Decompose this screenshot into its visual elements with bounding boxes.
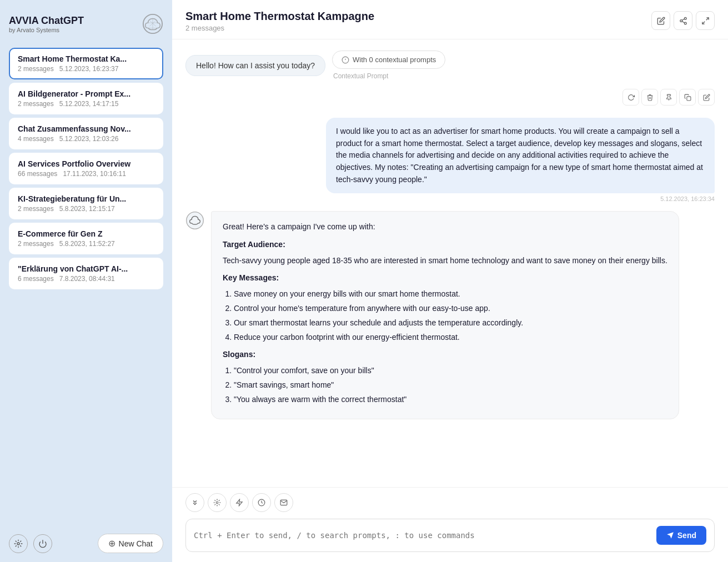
chat-item-title: "Erklärung von ChatGPT AI-...	[18, 264, 154, 273]
copy-button[interactable]	[679, 89, 696, 106]
chat-item-title: AI Bildgenerator - Prompt Ex...	[18, 89, 154, 98]
messages-container: Hello! How can I assist you today? With …	[172, 39, 728, 487]
chat-list-item[interactable]: E-Commerce für Gen Z 2 messages 5.8.2023…	[9, 223, 163, 254]
sidebar-footer: ⊕ New Chat	[9, 534, 163, 553]
chat-item-meta: 2 messages 5.8.2023, 12:15:17	[18, 205, 154, 213]
send-button[interactable]: Send	[656, 526, 706, 545]
chat-list-item[interactable]: Chat Zusammenfassung Nov... 4 messages 5…	[9, 118, 163, 149]
greeting-text: Hello! How can I assist you today?	[196, 61, 315, 70]
chat-item-title: Smart Home Thermostat Ka...	[18, 54, 154, 63]
ai-intro: Great! Here's a campaign I've come up wi…	[223, 220, 667, 233]
pin-button[interactable]	[660, 89, 677, 106]
svg-line-7	[682, 19, 684, 20]
key-message-item: Our smart thermostat learns your schedul…	[234, 317, 667, 329]
chat-item-meta: 2 messages 5.12.2023, 16:23:37	[18, 65, 154, 73]
key-message-item: Control your home's temperature from any…	[234, 302, 667, 315]
chat-item-title: KI-Strategieberatung für Un...	[18, 194, 154, 203]
chat-list-item[interactable]: Smart Home Thermostat Ka... 2 messages 5…	[9, 48, 163, 79]
chat-item-meta: 6 messages 7.8.2023, 08:44:31	[18, 275, 154, 283]
slogan-item: "You always are warm with the correct th…	[234, 393, 667, 406]
target-audience-text: Tech-savvy young people aged 18-35 who a…	[223, 254, 667, 267]
chat-item-date: 17.11.2023, 10:16:11	[63, 170, 125, 178]
svg-point-3	[684, 17, 686, 19]
new-chat-button[interactable]: ⊕ New Chat	[98, 534, 163, 553]
svg-point-13	[187, 212, 204, 229]
settings-button[interactable]	[9, 534, 28, 553]
chat-item-meta: 66 messages 17.11.2023, 10:16:11	[18, 170, 154, 178]
new-chat-label: New Chat	[119, 539, 153, 548]
openai-logo-icon	[142, 13, 163, 34]
chat-item-messages: 6 messages	[18, 275, 54, 283]
header-actions	[651, 11, 715, 30]
main-chat-area: Smart Home Thermostat Kampagne 2 message…	[172, 0, 728, 562]
slogans-list: "Control your comfort, save on your bill…	[234, 364, 667, 406]
svg-line-8	[706, 17, 708, 19]
chat-item-messages: 66 messages	[18, 170, 57, 178]
lightning-button[interactable]	[230, 493, 249, 512]
chat-item-messages: 2 messages	[18, 65, 54, 73]
plus-icon: ⊕	[108, 538, 116, 549]
sidebar: AVVIA ChatGPT by Arvato Systems Smart Ho…	[0, 0, 172, 562]
svg-point-5	[684, 22, 686, 24]
brand-name: AVVIA ChatGPT	[9, 15, 84, 27]
send-label: Send	[677, 531, 696, 540]
key-messages-list: Save money on your energy bills with our…	[234, 288, 667, 344]
brand-text: AVVIA ChatGPT by Arvato Systems	[9, 15, 84, 33]
chat-item-messages: 2 messages	[18, 100, 54, 108]
ai-avatar	[185, 211, 204, 230]
slogans-title: Slogans:	[223, 348, 667, 361]
key-message-item: Reduce your carbon footprint with our en…	[234, 331, 667, 344]
chat-item-date: 5.12.2023, 16:23:37	[59, 65, 119, 73]
svg-rect-12	[686, 96, 690, 100]
chat-item-messages: 2 messages	[18, 205, 54, 213]
chat-item-messages: 2 messages	[18, 240, 54, 248]
sidebar-brand: AVVIA ChatGPT by Arvato Systems	[9, 15, 84, 33]
chat-item-date: 7.8.2023, 08:44:31	[59, 275, 115, 283]
edit-msg-button[interactable]	[698, 89, 715, 106]
chat-title-block: Smart Home Thermostat Kampagne 2 message…	[185, 10, 374, 32]
target-audience-title: Target Audience:	[223, 238, 667, 251]
chat-list-item[interactable]: KI-Strategieberatung für Un... 2 message…	[9, 188, 163, 219]
clock-button[interactable]	[252, 493, 271, 512]
refresh-button[interactable]	[622, 89, 639, 106]
chat-item-meta: 4 messages 5.12.2023, 12:03:26	[18, 135, 154, 143]
expand-button[interactable]	[696, 11, 715, 30]
email-button[interactable]	[274, 493, 293, 512]
chat-input[interactable]	[194, 531, 651, 540]
scroll-down-button[interactable]	[185, 493, 204, 512]
svg-point-14	[216, 501, 218, 504]
edit-button[interactable]	[651, 11, 670, 30]
chat-header: Smart Home Thermostat Kampagne 2 message…	[172, 0, 728, 39]
key-message-item: Save money on your energy bills with our…	[234, 288, 667, 300]
ai-bubble: Great! Here's a campaign I've come up wi…	[211, 211, 679, 419]
chat-item-date: 5.8.2023, 12:15:17	[59, 205, 115, 213]
share-button[interactable]	[674, 11, 692, 30]
bottom-toolbar	[172, 487, 728, 515]
chat-title: Smart Home Thermostat Kampagne	[185, 10, 374, 23]
chat-list-item[interactable]: "Erklärung von ChatGPT AI-... 6 messages…	[9, 258, 163, 289]
svg-marker-15	[237, 499, 243, 506]
user-bubble: I would like you to act as an advertiser…	[326, 118, 715, 193]
chat-item-date: 5.12.2023, 14:17:15	[59, 100, 119, 108]
chat-item-messages: 4 messages	[18, 135, 54, 143]
chat-message-count: 2 messages	[185, 24, 374, 32]
chat-item-meta: 2 messages 5.12.2023, 14:17:15	[18, 100, 154, 108]
chat-item-meta: 2 messages 5.8.2023, 11:52:27	[18, 240, 154, 248]
user-message: I would like you to act as an advertiser…	[185, 118, 715, 202]
delete-button[interactable]	[641, 89, 658, 106]
chat-list-item[interactable]: AI Bildgenerator - Prompt Ex... 2 messag…	[9, 83, 163, 114]
contextual-label: Contextual Prompt	[333, 72, 388, 80]
greeting-row: Hello! How can I assist you today? With …	[185, 51, 715, 80]
contextual-prompt-text: With 0 contextual prompts	[353, 56, 436, 64]
chat-item-date: 5.12.2023, 12:03:26	[59, 135, 119, 143]
greeting-bubble: Hello! How can I assist you today?	[185, 55, 325, 76]
contextual-prompt-button[interactable]: With 0 contextual prompts	[332, 51, 445, 69]
svg-line-9	[702, 21, 704, 23]
settings-tool-button[interactable]	[208, 493, 227, 512]
chat-item-title: AI Services Portfolio Overview	[18, 159, 154, 168]
input-area: Send	[185, 519, 715, 552]
chat-list-item[interactable]: AI Services Portfolio Overview 66 messag…	[9, 153, 163, 184]
power-button[interactable]	[33, 534, 52, 553]
chat-item-title: Chat Zusammenfassung Nov...	[18, 124, 154, 133]
svg-point-4	[680, 19, 682, 22]
